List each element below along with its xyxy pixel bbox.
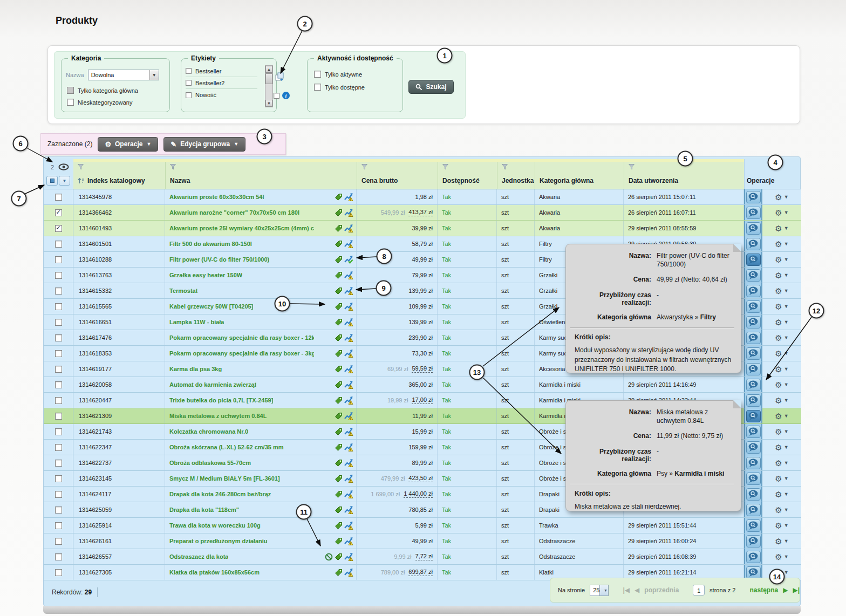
row-operations-button[interactable]: ⚙ ▼ — [775, 365, 788, 373]
preview-tooltip-button[interactable] — [746, 566, 761, 579]
preview-tooltip-button[interactable] — [746, 363, 761, 375]
product-name-link[interactable]: Odstraszacz dla kota — [169, 553, 228, 560]
row-checkbox[interactable] — [55, 225, 62, 232]
preview-tooltip-button[interactable] — [746, 191, 761, 203]
row-checkbox[interactable] — [55, 507, 62, 514]
row-checkbox[interactable] — [55, 366, 62, 373]
row-operations-button[interactable]: ⚙ ▼ — [775, 522, 788, 530]
row-checkbox[interactable] — [55, 428, 62, 435]
product-name-link[interactable]: Pokarm opracowany specjalnie dla rasy bo… — [169, 334, 314, 341]
row-operations-button[interactable]: ⚙ ▼ — [775, 475, 788, 483]
row-operations-button[interactable]: ⚙ ▼ — [775, 553, 788, 561]
label-checkbox[interactable] — [186, 92, 192, 98]
row-operations-button[interactable]: ⚙ ▼ — [775, 506, 788, 514]
row-checkbox[interactable] — [55, 303, 62, 310]
preview-tooltip-button[interactable] — [746, 300, 761, 313]
product-name-link[interactable]: Akwarium narożne "corner" 70x70x50 cm 18… — [169, 209, 299, 216]
label-option[interactable]: Nowość — [186, 89, 257, 101]
page-number-input[interactable]: 1 — [693, 585, 705, 596]
product-name-link[interactable]: Drapak dla kota 246-280cm beż/brąz — [169, 491, 271, 497]
row-checkbox[interactable] — [55, 381, 62, 388]
row-checkbox[interactable] — [55, 397, 62, 404]
preview-tooltip-button[interactable] — [746, 441, 761, 454]
preview-tooltip-button[interactable] — [746, 222, 761, 235]
preview-tooltip-button[interactable] — [746, 394, 761, 407]
row-operations-button[interactable]: ⚙ ▼ — [775, 224, 788, 232]
preview-tooltip-button[interactable] — [746, 207, 761, 219]
column-header-unit[interactable]: Jednostka — [497, 162, 535, 189]
preview-tooltip-button[interactable] — [746, 551, 761, 563]
next-page-icon[interactable]: ▶ — [783, 586, 788, 594]
scroll-down-icon[interactable]: ▼ — [265, 100, 272, 107]
column-header-avail[interactable]: Dostępność — [438, 162, 497, 189]
label-option[interactable]: Bestseller2 — [186, 77, 257, 89]
chevron-down-icon[interactable]: ▼ — [599, 585, 608, 596]
preview-tooltip-button[interactable] — [746, 473, 761, 485]
row-checkbox[interactable] — [55, 522, 62, 529]
product-name-link[interactable]: Automat do karmienia zwierząt — [169, 381, 256, 388]
row-checkbox[interactable] — [55, 460, 62, 467]
product-name-link[interactable]: Smycz M / Medium BIAŁY 5m [FL-3601] — [169, 475, 280, 482]
row-checkbox[interactable] — [55, 319, 62, 326]
row-checkbox[interactable] — [55, 209, 62, 216]
product-name-link[interactable]: Termostat — [169, 288, 197, 294]
row-operations-button[interactable]: ⚙ ▼ — [775, 490, 788, 498]
preview-tooltip-button[interactable] — [746, 269, 761, 282]
checkbox-tylko-kategoria-glowna[interactable] — [67, 87, 74, 94]
search-button[interactable]: Szukaj — [408, 80, 454, 94]
preview-tooltip-button[interactable] — [746, 316, 761, 328]
product-name-link[interactable]: Kabel grzewczy 50W [T04205] — [169, 303, 253, 310]
label-checkbox[interactable] — [186, 68, 192, 74]
scroll-up-icon[interactable]: ▲ — [265, 66, 272, 73]
info-icon[interactable]: i — [282, 92, 290, 99]
preview-tooltip-button[interactable] — [746, 285, 761, 297]
prev-page-link[interactable]: poprzednia — [644, 586, 679, 594]
chevron-down-icon[interactable]: ▼ — [149, 70, 159, 80]
preview-tooltip-button[interactable] — [746, 519, 761, 532]
row-checkbox[interactable] — [55, 553, 62, 560]
preview-tooltip-button[interactable] — [746, 254, 761, 266]
row-operations-button[interactable]: ⚙ ▼ — [775, 240, 788, 248]
row-operations-button[interactable]: ⚙ ▼ — [775, 381, 788, 389]
labels-scrollbar[interactable]: ▲ ▼ — [265, 65, 273, 107]
product-name-link[interactable]: Drapka dla kota "118cm" — [169, 507, 239, 513]
product-name-link[interactable]: Karma dla psa 3kg — [169, 366, 222, 372]
prev-page-icon[interactable]: ◀ — [634, 586, 639, 594]
select-all-button[interactable] — [46, 176, 58, 186]
row-operations-button[interactable]: ⚙ ▼ — [775, 443, 788, 451]
per-page-select[interactable]: 25 ▼ — [590, 585, 609, 596]
label-checkbox[interactable] — [186, 80, 192, 86]
product-name-link[interactable]: Klatka dla ptaków 160x85x56cm — [169, 569, 260, 576]
row-operations-button[interactable]: ⚙ ▼ — [775, 318, 788, 326]
column-header-price[interactable]: Cena brutto — [357, 162, 438, 189]
product-name-link[interactable]: Filtr 500 do akwarium 80-150l — [169, 241, 252, 247]
labels-mode-checkbox[interactable] — [274, 93, 279, 99]
row-operations-button[interactable]: ⚙ ▼ — [775, 303, 788, 311]
row-operations-button[interactable]: ⚙ ▼ — [775, 256, 788, 264]
row-checkbox[interactable] — [55, 538, 62, 545]
row-operations-button[interactable]: ⚙ ▼ — [775, 209, 788, 217]
row-checkbox[interactable] — [55, 491, 62, 498]
product-name-link[interactable]: Akwarium proste 60x30x30cm 54l — [169, 194, 264, 200]
column-header-category[interactable]: Kategoria główna — [535, 162, 624, 189]
checkbox-nieskategoryzowany[interactable] — [67, 99, 74, 106]
row-operations-button[interactable]: ⚙ ▼ — [775, 412, 788, 420]
preview-tooltip-button[interactable] — [746, 535, 761, 547]
last-page-icon[interactable]: ▶| — [793, 586, 800, 594]
preview-tooltip-button[interactable] — [746, 332, 761, 344]
row-checkbox[interactable] — [55, 334, 62, 341]
column-header-name[interactable]: Nazwa — [165, 162, 357, 189]
product-name-link[interactable]: Preparat o przedłużonym działaniu — [169, 538, 268, 544]
product-name-link[interactable]: Grzałka easy heater 150W — [169, 272, 242, 278]
product-name-link[interactable]: Pokarm opracowany specjalnie dla rasy bo… — [169, 350, 314, 357]
row-checkbox[interactable] — [55, 444, 62, 451]
checkbox-tylko-aktywne[interactable] — [314, 71, 321, 78]
preview-tooltip-button[interactable] — [746, 238, 761, 250]
product-name-link[interactable]: Trixie butelka do picia 0,7L [TX-2459] — [169, 397, 273, 403]
row-checkbox[interactable] — [55, 256, 62, 263]
row-checkbox[interactable] — [55, 272, 62, 279]
preview-tooltip-button[interactable] — [746, 347, 761, 360]
product-name-link[interactable]: Obroża odblaskowa 55-70cm — [169, 460, 251, 466]
product-name-link[interactable]: Miska metalowa z uchwytem 0.84L — [169, 413, 267, 419]
preview-tooltip-button[interactable] — [746, 488, 761, 501]
